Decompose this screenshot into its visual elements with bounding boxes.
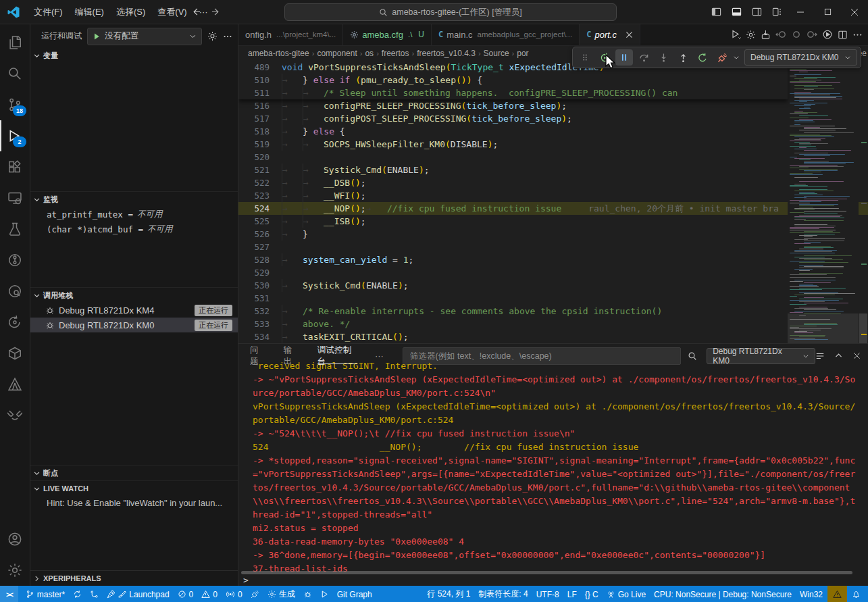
- panel-tab-问题[interactable]: 问题: [250, 344, 266, 368]
- line-number[interactable]: 526: [238, 228, 270, 241]
- code-line[interactable]: 523→→__WFI();: [238, 189, 868, 202]
- minimize-button[interactable]: [787, 0, 814, 24]
- menu-item-1[interactable]: 编辑(E): [69, 3, 110, 21]
- editor-scrollbar[interactable]: [859, 61, 868, 343]
- menu-item-0[interactable]: 文件(F): [28, 3, 69, 21]
- line-number[interactable]: 511: [238, 86, 270, 99]
- activity-account-icon[interactable]: [0, 524, 30, 555]
- start-debug-icon[interactable]: [93, 32, 101, 41]
- editor-tab-portc[interactable]: Cport.c: [580, 24, 640, 45]
- code-line[interactable]: 520: [238, 151, 868, 164]
- code-line[interactable]: 521→→Systick_Cmd(ENABLE);: [238, 164, 868, 176]
- line-number[interactable]: 523: [238, 189, 270, 202]
- activity-gitlens-inspect-icon[interactable]: [0, 276, 30, 307]
- flash-download-icon[interactable]: [761, 30, 771, 40]
- code-line[interactable]: 519→→SOCPS_HWSleepFilter_KM0(DISABLE);: [238, 138, 868, 151]
- code-line[interactable]: 531: [238, 292, 868, 305]
- code-line[interactable]: 510→} else if (pmu_ready_to_sleep()) {: [238, 74, 788, 86]
- step-out-button[interactable]: [674, 49, 692, 66]
- activity-mcu-tools-icon[interactable]: [0, 400, 30, 431]
- code-line[interactable]: 525→→__ISB();: [238, 215, 868, 228]
- toggle-secondary-sidebar-icon[interactable]: [746, 0, 767, 24]
- line-number[interactable]: 528: [238, 253, 270, 266]
- statusbar-encoding[interactable]: UTF-8: [533, 586, 563, 602]
- code-line[interactable]: 517→→configPOST_SLEEP_PROCESSING(tick_be…: [238, 112, 868, 125]
- toggle-sidebar-icon[interactable]: [706, 0, 726, 24]
- scrollbar-thumb[interactable]: [859, 313, 867, 343]
- statusbar-warnings[interactable]: 0: [198, 586, 221, 602]
- breadcrumb-item[interactable]: component: [317, 49, 357, 58]
- chevron-down-icon[interactable]: [733, 54, 740, 61]
- nav-forward-icon[interactable]: [211, 7, 221, 17]
- toggle-panel-icon[interactable]: [726, 0, 746, 24]
- line-number[interactable]: 529: [238, 266, 270, 279]
- statusbar-notifications[interactable]: [848, 586, 864, 602]
- line-number[interactable]: 517: [238, 112, 270, 125]
- gear-icon[interactable]: [746, 30, 756, 40]
- section-xperipherals[interactable]: XPERIPHERALS: [30, 570, 238, 586]
- editor-tab-amebacfg[interactable]: ameba.cfg.\U: [343, 24, 432, 45]
- activity-testing-flask-icon[interactable]: [0, 214, 30, 245]
- code-line[interactable]: 511→→/* Sleep until something happens. c…: [238, 86, 788, 99]
- debug-session-dropdown[interactable]: Debug RTL8721Dx KM0: [744, 49, 857, 66]
- launch-config-dropdown[interactable]: 没有配置: [87, 28, 202, 45]
- statusbar-git-sync[interactable]: [70, 586, 85, 602]
- line-number[interactable]: 516: [238, 99, 270, 112]
- activity-remote-explorer-icon[interactable]: [0, 182, 30, 214]
- statusbar-ports[interactable]: 0: [222, 586, 246, 602]
- console-hscrollbar[interactable]: [241, 571, 852, 574]
- statusbar-git-branch[interactable]: master*: [22, 586, 68, 602]
- maximize-button[interactable]: [814, 0, 841, 24]
- line-number[interactable]: 532: [238, 305, 270, 318]
- code-line[interactable]: 529: [238, 266, 868, 279]
- breadcrumb-item[interactable]: freertos_v10.4.3: [417, 49, 476, 58]
- statusbar-launchpad[interactable]: Launchpad: [103, 586, 172, 602]
- line-number[interactable]: 510: [238, 74, 270, 86]
- drag-grip-icon[interactable]: [576, 49, 594, 66]
- code-line[interactable]: 528→system_can_yield = 1;: [238, 253, 868, 266]
- circle-forward-icon[interactable]: [807, 29, 817, 40]
- statusbar-debug-launch[interactable]: [247, 586, 263, 602]
- code-line[interactable]: 532→/* Re-enable interrupts - see commen…: [238, 305, 868, 318]
- statusbar-eol[interactable]: LF: [564, 586, 580, 602]
- tab-close-icon[interactable]: [626, 31, 633, 39]
- statusbar-git-graph[interactable]: Git Graph: [334, 586, 376, 602]
- code-line[interactable]: 527: [238, 241, 868, 253]
- line-number[interactable]: 531: [238, 292, 270, 305]
- code-line[interactable]: 524→→__NOP();→ //fix cpu fused instructi…: [238, 202, 868, 215]
- line-number[interactable]: 521: [238, 164, 270, 176]
- activity-run-debug-icon[interactable]: 2: [0, 120, 30, 151]
- activity-git-graph-icon[interactable]: [0, 307, 30, 338]
- statusbar-go-live[interactable]: Go Live: [603, 586, 649, 602]
- code-editor[interactable]: 516→→configPRE_SLEEP_PROCESSING(tick_bef…: [238, 61, 868, 343]
- minimap[interactable]: [788, 61, 859, 343]
- more-actions-icon[interactable]: [852, 30, 863, 40]
- code-line[interactable]: 533→above. */: [238, 318, 868, 330]
- activity-settings-gear-icon[interactable]: [0, 555, 30, 586]
- restart-button[interactable]: [694, 49, 711, 66]
- statusbar-warning-badge[interactable]: [827, 586, 847, 602]
- line-number[interactable]: 525: [238, 215, 270, 228]
- statusbar-run-task[interactable]: [317, 586, 332, 602]
- close-button[interactable]: [841, 0, 868, 24]
- callstack-session[interactable]: Debug RTL8721Dx KM4正在运行: [30, 303, 238, 318]
- statusbar-errors[interactable]: 0: [174, 586, 197, 602]
- activity-cmake-icon[interactable]: [0, 369, 30, 400]
- line-number[interactable]: 524: [238, 202, 270, 215]
- step-into-button[interactable]: [655, 49, 672, 66]
- line-number[interactable]: 527: [238, 241, 270, 253]
- line-number[interactable]: 519: [238, 138, 270, 151]
- statusbar-source-control-graph[interactable]: [86, 586, 102, 602]
- section-variables[interactable]: 变量: [30, 48, 238, 63]
- statusbar-build[interactable]: 生成: [264, 586, 299, 602]
- activity-explorer-icon[interactable]: [0, 27, 30, 58]
- split-editor-icon[interactable]: [838, 30, 848, 40]
- breadcrumb-item[interactable]: os: [365, 49, 374, 58]
- activity-source-control-icon[interactable]: 18: [0, 89, 30, 120]
- line-number[interactable]: 530: [238, 279, 270, 292]
- line-number[interactable]: 534: [238, 330, 270, 343]
- line-number[interactable]: 522: [238, 176, 270, 189]
- statusbar-indentation[interactable]: 制表符长度: 4: [475, 586, 531, 602]
- gear-icon[interactable]: [207, 31, 218, 41]
- line-number[interactable]: 489: [238, 61, 270, 74]
